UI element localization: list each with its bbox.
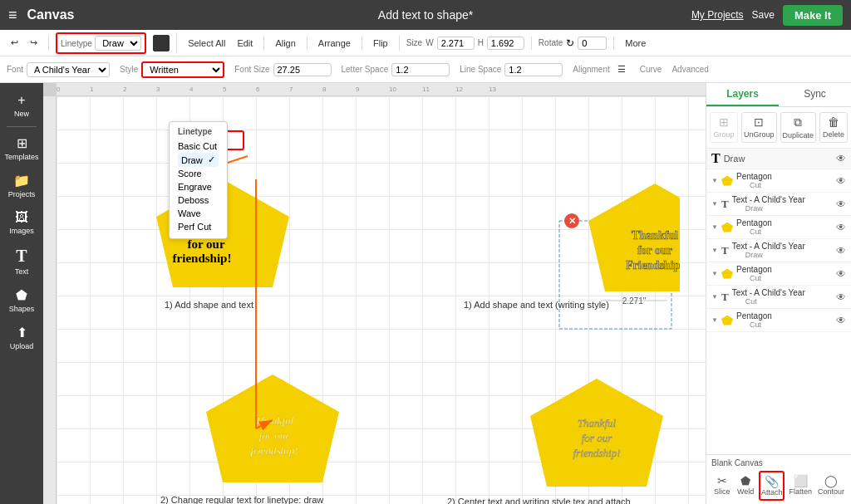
slice-button[interactable]: ✂ Slice — [711, 471, 732, 501]
eye-icon-3[interactable]: 👁 — [836, 222, 846, 233]
layer-pentagon-1[interactable]: ▼ Pentagon Cut 👁 — [706, 169, 851, 193]
select-all-button[interactable]: Select All — [184, 36, 229, 51]
canvas-content[interactable]: Thankful for our friendship! 1) Add shap… — [57, 96, 706, 504]
text-shape-2-line2[interactable]: for our — [637, 244, 672, 257]
expand-icon-2: ▼ — [711, 200, 718, 208]
my-projects-link[interactable]: My Projects — [691, 9, 744, 21]
text-shape-3-line3[interactable]: friendship! — [250, 444, 298, 457]
letter-space-input[interactable] — [391, 63, 450, 76]
hamburger-icon[interactable]: ≡ — [8, 7, 17, 24]
eye-icon-6[interactable]: 👁 — [836, 291, 846, 303]
flatten-label: Flatten — [789, 487, 812, 496]
linetype-option-deboss[interactable]: Deboss — [178, 193, 219, 207]
linetype-option-perf-cut[interactable]: Perf Cut — [178, 220, 219, 233]
align-left-icon[interactable]: ☰ — [613, 61, 630, 77]
panel-actions: ⊞ Group ⊡ UnGroup ⧉ Duplicate 🗑 Delete — [706, 107, 851, 149]
alignment-item: Alignment ☰ — [573, 61, 629, 77]
duplicate-icon: ⧉ — [794, 115, 802, 130]
pentagon-sub-2: Cut — [750, 228, 833, 236]
text-shape-4-line1[interactable]: Thankful — [578, 417, 617, 429]
sidebar-item-shapes[interactable]: ⬟ Shapes — [0, 282, 43, 318]
linetype-option-wave[interactable]: Wave — [178, 207, 219, 220]
font-label: Font — [7, 65, 23, 74]
size-group: Size W H — [406, 37, 532, 50]
text-shape-3-line2[interactable]: for our — [259, 429, 290, 442]
select-edit-group: Select All Edit — [184, 36, 264, 51]
height-input[interactable] — [487, 37, 524, 50]
eye-icon-1[interactable]: 👁 — [836, 175, 846, 187]
eye-icon-4[interactable]: 👁 — [836, 245, 846, 257]
layer-text-1[interactable]: ▼ T Text - A Child's Year Draw 👁 — [706, 193, 851, 216]
sidebar-item-templates[interactable]: ⊞ Templates — [0, 130, 43, 166]
rotate-input[interactable] — [578, 37, 607, 50]
tab-layers[interactable]: Layers — [706, 83, 779, 106]
layer-pentagon-2[interactable]: ▼ Pentagon Cut 👁 — [706, 216, 851, 239]
tab-sync[interactable]: Sync — [779, 83, 851, 106]
weld-button[interactable]: ⬟ Weld — [735, 471, 755, 501]
font-select[interactable]: A Child's Year — [27, 62, 110, 77]
linetype-option-score[interactable]: Score — [178, 167, 219, 180]
ungroup-button[interactable]: ⊡ UnGroup — [741, 112, 777, 143]
canvas-area[interactable]: 0 1 2 3 4 5 6 7 8 9 10 11 12 13 — [43, 83, 706, 504]
layer-text-3[interactable]: ▼ T Text - A Child's Year Cut 👁 — [706, 286, 851, 309]
flip-button[interactable]: Flip — [369, 36, 392, 51]
line-space-input[interactable] — [504, 63, 563, 76]
layer-text-2[interactable]: ▼ T Text - A Child's Year Draw 👁 — [706, 239, 851, 262]
text-shape-3-line1[interactable]: Thankful — [255, 414, 294, 427]
eye-icon-5[interactable]: 👁 — [836, 268, 846, 280]
upload-label: Upload — [10, 342, 34, 350]
layer-pentagon-3[interactable]: ▼ Pentagon Cut 👁 — [706, 262, 851, 286]
font-size-input[interactable] — [273, 63, 332, 76]
flatten-button[interactable]: ⬜ Flatten — [787, 471, 814, 501]
linetype-option-engrave[interactable]: Engrave — [178, 180, 219, 193]
undo-button[interactable]: ↩ — [7, 35, 22, 51]
eye-icon-2[interactable]: 👁 — [836, 198, 846, 210]
text-shape-4-line2[interactable]: for our — [582, 432, 612, 444]
panel-right: Layers Sync ⊞ Group ⊡ UnGroup ⧉ — [706, 83, 851, 504]
make-it-button[interactable]: Make It — [783, 5, 843, 26]
edit-button[interactable]: Edit — [233, 36, 257, 51]
layers-list: ▼ Pentagon Cut 👁 ▼ T Text - A Child's Ye… — [706, 169, 851, 454]
duplicate-button[interactable]: ⧉ Duplicate — [780, 112, 817, 143]
new-label: New — [14, 110, 29, 118]
eye-icon-7[interactable]: 👁 — [836, 315, 846, 326]
arrange-button[interactable]: Arrange — [314, 36, 355, 51]
align-button[interactable]: Align — [271, 36, 299, 51]
more-group: More — [621, 36, 657, 51]
width-input[interactable] — [437, 37, 475, 50]
style-select[interactable]: Written — [141, 61, 224, 78]
more-button[interactable]: More — [621, 36, 650, 51]
eye-icon-draw[interactable]: 👁 — [836, 153, 846, 164]
redo-button[interactable]: ↪ — [26, 35, 42, 51]
delete-button[interactable]: 🗑 Delete — [819, 112, 848, 143]
pentagon-shape-3[interactable] — [206, 374, 339, 482]
text-shape-1-line3[interactable]: friendship! — [173, 252, 232, 265]
save-button[interactable]: Save — [752, 9, 775, 21]
contour-button[interactable]: ◯ Contour — [816, 471, 846, 501]
text-shape-2-line1[interactable]: Thankful — [632, 229, 678, 242]
layer-info-7: Pentagon Cut — [736, 311, 833, 329]
sidebar-item-new[interactable]: + New — [0, 88, 43, 123]
sidebar-item-projects[interactable]: 📁 Projects — [0, 168, 43, 203]
group-button[interactable]: ⊞ Group — [710, 112, 738, 143]
main-area: + New ⊞ Templates 📁 Projects 🖼 Images T … — [0, 83, 851, 504]
text-shape-2-line3[interactable]: Friendship! — [626, 259, 680, 272]
linetype-select[interactable]: Draw — [95, 36, 141, 51]
sidebar-item-upload[interactable]: ⬆ Upload — [0, 320, 43, 355]
sidebar-item-images[interactable]: 🖼 Images — [0, 205, 43, 240]
text-shape-1-line2[interactable]: for our — [187, 237, 224, 251]
engrave-label: Engrave — [178, 182, 212, 192]
expand-icon-7: ▼ — [711, 316, 718, 324]
pentagon-name-1: Pentagon — [736, 172, 833, 181]
score-label: Score — [178, 169, 202, 179]
fill-swatch[interactable] — [153, 35, 170, 51]
sidebar-item-text[interactable]: T Text — [0, 242, 43, 281]
panel-bottom-actions: ✂ Slice ⬟ Weld 📎 Attach ⬜ Flatten — [711, 471, 846, 501]
linetype-option-basic-cut[interactable]: Basic Cut — [178, 139, 219, 153]
layer-pentagon-4[interactable]: ▼ Pentagon Cut 👁 — [706, 309, 851, 332]
attach-button[interactable]: 📎 Attach — [759, 471, 785, 501]
text-shape-4-line3[interactable]: friendship! — [573, 447, 620, 459]
size-label: Size — [406, 38, 422, 47]
linetype-option-draw[interactable]: Draw ✓ — [178, 153, 219, 167]
text-sub-3: Cut — [745, 297, 833, 306]
